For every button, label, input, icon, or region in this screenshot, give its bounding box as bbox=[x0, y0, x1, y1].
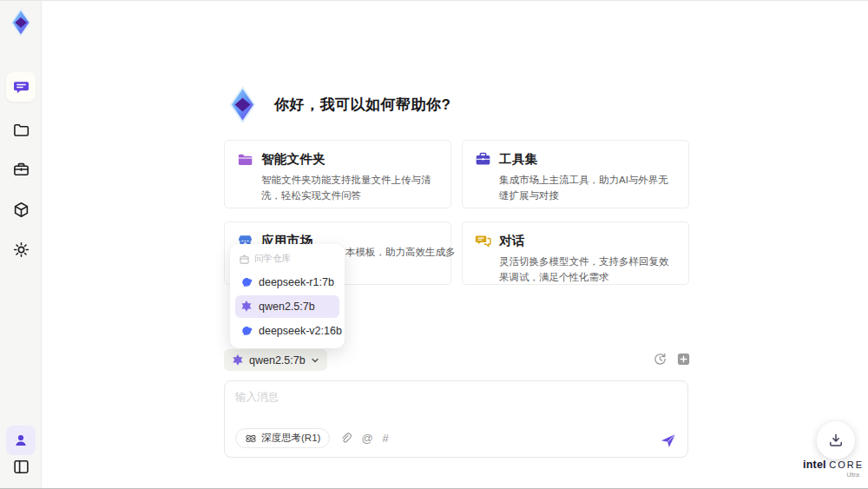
folder-icon bbox=[13, 122, 30, 138]
core-logo-text: CORE bbox=[829, 459, 864, 470]
app-window: 你好，我可以如何帮助你? 智能文件夹 智能文件夹功能支持批量文件上传与清洗，轻松… bbox=[0, 0, 868, 489]
model-option-deepseek-v2[interactable]: deepseek-v2:16b bbox=[235, 320, 339, 342]
card-toolset[interactable]: 工具集 集成市场上主流工具，助力AI与外界无缝扩展与对接 bbox=[462, 140, 689, 208]
prompt-tag-button[interactable]: # bbox=[383, 432, 389, 445]
send-icon[interactable] bbox=[660, 432, 677, 449]
greeting-title: 你好，我可以如何帮助你? bbox=[274, 95, 450, 115]
chevron-down-icon bbox=[311, 356, 319, 365]
card-title: 对话 bbox=[499, 233, 525, 249]
chat-icon bbox=[13, 79, 30, 96]
smart-folder-icon bbox=[237, 151, 253, 168]
sidebar-item-toolbox[interactable] bbox=[6, 155, 36, 184]
dialog-icon bbox=[475, 233, 491, 249]
composer-actions bbox=[653, 352, 691, 367]
sidebar-item-account[interactable] bbox=[6, 426, 36, 455]
sidebar-item-settings[interactable] bbox=[6, 235, 36, 264]
intel-core-badge: intel CORE Ultra bbox=[800, 459, 866, 478]
composer-toolbar: 深度思考(R1) @ # bbox=[235, 428, 389, 448]
gear-icon bbox=[13, 241, 30, 258]
message-input[interactable] bbox=[225, 381, 687, 420]
sidebar-item-panel[interactable] bbox=[6, 452, 36, 481]
model-option-qwen[interactable]: qwen2.5:7b bbox=[235, 295, 339, 318]
model-option-label: qwen2.5:7b bbox=[259, 301, 315, 313]
model-group-label: 问学仓库 bbox=[254, 253, 291, 265]
briefcase-icon bbox=[13, 162, 30, 178]
deep-think-toggle[interactable]: 深度思考(R1) bbox=[235, 428, 330, 448]
intel-logo-text: intel bbox=[803, 459, 826, 471]
download-icon bbox=[828, 433, 844, 448]
deep-think-label: 深度思考(R1) bbox=[261, 432, 320, 445]
card-title: 智能文件夹 bbox=[261, 151, 326, 168]
card-title: 工具集 bbox=[499, 151, 537, 168]
model-option-label: deepseek-v2:16b bbox=[259, 325, 342, 337]
user-icon bbox=[13, 433, 29, 448]
repo-icon bbox=[240, 254, 249, 264]
ultra-logo-text: Ultra bbox=[800, 472, 866, 478]
attach-file-button[interactable] bbox=[339, 432, 352, 445]
sidebar-item-apps[interactable] bbox=[6, 195, 36, 224]
download-fab-button[interactable] bbox=[817, 421, 855, 459]
card-description: 智能文件夹功能支持批量文件上传与清洗，轻松实现文件问答 bbox=[237, 173, 438, 204]
new-chat-icon[interactable] bbox=[676, 352, 691, 367]
qwen-icon bbox=[240, 301, 253, 313]
model-dropdown: 问学仓库 deepseek-r1:7b qwen2.5:7b deepseek-… bbox=[230, 244, 345, 348]
card-description: 集成市场上主流工具，助力AI与外界无缝扩展与对接 bbox=[475, 173, 676, 204]
model-dropdown-group: 问学仓库 bbox=[235, 250, 339, 269]
card-description: 灵活切换多模型文件，支持多样回复效果调试，满足个性化需求 bbox=[475, 254, 676, 286]
message-composer: 深度思考(R1) @ # bbox=[224, 380, 688, 458]
sidebar-item-chat[interactable] bbox=[6, 72, 36, 102]
mention-button[interactable]: @ bbox=[361, 432, 372, 445]
atom-icon bbox=[245, 433, 257, 445]
cube-icon bbox=[13, 202, 30, 218]
model-selector-button[interactable]: qwen2.5:7b bbox=[224, 349, 327, 371]
paperclip-icon bbox=[339, 432, 352, 445]
assistant-logo-icon bbox=[223, 85, 262, 124]
toolset-icon bbox=[475, 151, 491, 168]
deepseek-icon bbox=[240, 276, 253, 288]
app-logo-icon bbox=[6, 8, 36, 37]
model-selector-value: qwen2.5:7b bbox=[249, 354, 306, 367]
qwen-icon bbox=[232, 354, 244, 367]
layout-panel-icon bbox=[13, 459, 30, 475]
greeting: 你好，我可以如何帮助你? bbox=[223, 85, 450, 124]
card-dialog[interactable]: 对话 灵活切换多模型文件，支持多样回复效果调试，满足个性化需求 bbox=[462, 221, 689, 285]
history-icon[interactable] bbox=[653, 352, 667, 367]
sidebar bbox=[0, 1, 42, 488]
model-option-deepseek-r1[interactable]: deepseek-r1:7b bbox=[235, 271, 339, 294]
deepseek-icon bbox=[240, 325, 253, 337]
card-description-fragment: 本模板，助力高效生成多 bbox=[345, 246, 456, 259]
model-option-label: deepseek-r1:7b bbox=[259, 276, 334, 288]
card-smart-folder[interactable]: 智能文件夹 智能文件夹功能支持批量文件上传与清洗，轻松实现文件问答 bbox=[224, 140, 451, 208]
sidebar-item-folders[interactable] bbox=[6, 115, 36, 144]
